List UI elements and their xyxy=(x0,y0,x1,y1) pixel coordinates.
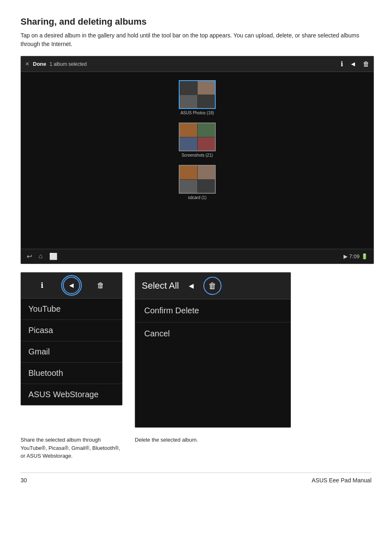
info-icon[interactable]: ℹ xyxy=(341,60,343,68)
confirm-delete-button[interactable]: Confirm Delete xyxy=(135,299,291,322)
gallery-screenshot: ✕ Done 1 album selected ℹ ◄ 🗑 ASUS Photo… xyxy=(21,56,374,264)
page-number: 30 xyxy=(21,477,27,484)
gallery-content: ASUS Photos (18) Screenshots (21) xyxy=(21,72,374,249)
share-icon: ◄ xyxy=(68,281,75,290)
toolbar-right: ℹ ◄ 🗑 xyxy=(341,60,369,68)
share-icon-delete-toolbar[interactable]: ◄ xyxy=(187,281,196,291)
share-menu-items: YouTube Picasa Gmail Bluetooth ASUS WebS… xyxy=(21,299,122,405)
battery-icon: 🔋 xyxy=(361,253,368,259)
delete-panel-empty-space xyxy=(135,345,291,427)
gallery-toolbar: ✕ Done 1 album selected ℹ ◄ 🗑 xyxy=(21,56,374,72)
share-icon[interactable]: ◄ xyxy=(350,60,356,68)
share-panel: ℹ ◄ 🗑 YouTube Picasa Gmail Bluetooth ASU… xyxy=(21,272,122,405)
page-description: Tap on a desired album in the gallery an… xyxy=(21,31,371,49)
captions-row: Share the selected album through YouTube… xyxy=(21,436,371,460)
album-item[interactable]: ASUS Photos (18) xyxy=(179,80,216,115)
album-item[interactable]: sdcard (1) xyxy=(179,165,216,200)
share-panel-toolbar: ℹ ◄ 🗑 xyxy=(21,273,122,299)
share-button[interactable]: ◄ xyxy=(63,277,80,294)
done-button[interactable]: Done xyxy=(33,61,46,67)
trash-icon: 🗑 xyxy=(97,281,104,290)
delete-icon[interactable]: 🗑 xyxy=(363,60,369,68)
close-icon[interactable]: ✕ xyxy=(25,61,30,67)
time-display: 7:09 xyxy=(349,253,360,259)
album-label-sdcard: sdcard (1) xyxy=(188,195,206,200)
share-picasa[interactable]: Picasa xyxy=(21,320,122,341)
brand-label: ASUS Eee Pad Manual xyxy=(311,477,371,484)
panels-row: ℹ ◄ 🗑 YouTube Picasa Gmail Bluetooth ASU… xyxy=(21,272,371,428)
delete-panel-toolbar: Select All ◄ 🗑 xyxy=(135,273,291,299)
play-icon: ▶ xyxy=(344,253,348,259)
delete-button[interactable]: 🗑 xyxy=(92,277,109,294)
album-thumb-asus-photos xyxy=(179,80,216,109)
share-youtube[interactable]: YouTube xyxy=(21,299,122,320)
album-label-asus-photos: ASUS Photos (18) xyxy=(180,111,214,115)
trash-icon-delete-toolbar[interactable]: 🗑 xyxy=(203,277,221,295)
back-icon[interactable]: ↩ xyxy=(27,252,32,260)
recent-icon[interactable]: ⬜ xyxy=(49,252,58,260)
album-item[interactable]: Screenshots (21) xyxy=(179,123,216,157)
album-thumb-sdcard xyxy=(179,165,216,194)
delete-toolbar-icons: ◄ 🗑 xyxy=(187,277,222,295)
info-button[interactable]: ℹ xyxy=(34,277,51,294)
cancel-button[interactable]: Cancel xyxy=(135,322,291,345)
select-all-button[interactable]: Select All xyxy=(142,280,179,291)
selected-count: 1 album selected xyxy=(50,61,87,67)
home-icon[interactable]: ⌂ xyxy=(39,252,43,260)
delete-panel: Select All ◄ 🗑 Confirm Delete Cancel xyxy=(135,272,291,428)
share-caption: Share the selected album through YouTube… xyxy=(21,436,122,460)
share-gmail[interactable]: Gmail xyxy=(21,341,122,363)
gallery-bottom-bar: ↩ ⌂ ⬜ ▶ 7:09 🔋 xyxy=(21,249,374,264)
delete-caption: Delete the selected album. xyxy=(135,436,291,444)
bottom-left-icons: ↩ ⌂ ⬜ xyxy=(27,252,58,260)
share-bluetooth[interactable]: Bluetooth xyxy=(21,363,122,384)
toolbar-left: ✕ Done 1 album selected xyxy=(25,61,87,67)
status-bar: ▶ 7:09 🔋 xyxy=(344,253,368,259)
album-thumb-screenshots xyxy=(179,123,216,151)
page-footer: 30 ASUS Eee Pad Manual xyxy=(21,472,371,484)
share-asus-webstorage[interactable]: ASUS WebStorage xyxy=(21,384,122,405)
delete-menu-items: Confirm Delete Cancel xyxy=(135,299,291,345)
album-label-screenshots: Screenshots (21) xyxy=(182,153,213,157)
info-icon: ℹ xyxy=(41,281,44,290)
page-title: Sharing, and deleting albums xyxy=(21,16,371,27)
